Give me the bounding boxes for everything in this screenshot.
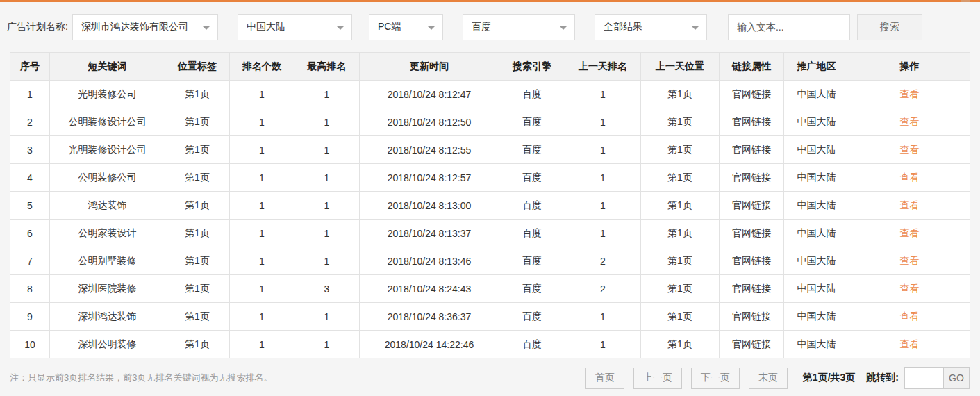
table-cell: 1 [565, 303, 641, 331]
table-cell: 10 [10, 331, 50, 358]
table-cell: 官网链接 [720, 220, 784, 247]
keyword-search-input[interactable] [728, 14, 850, 40]
search-engine-select-value: 百度 [472, 21, 491, 33]
table-cell: 官网链接 [720, 247, 784, 275]
table-cell: 第1页 [641, 247, 720, 275]
table-cell: 2 [565, 275, 641, 303]
table-row: 4公明装修公司第1页112018/10/24 8:12:57百度1第1页官网链接… [10, 164, 970, 192]
table-cell: 2018/10/24 8:24:43 [360, 275, 499, 303]
region-select[interactable]: 中国大陆 [238, 14, 352, 40]
ad-plan-select[interactable]: 深圳市鸿达装饰有限公司 [72, 14, 218, 40]
table-cell: 中国大陆 [784, 108, 849, 136]
table-row: 2公明装修设计公司第1页112018/10/24 8:12:50百度1第1页官网… [10, 108, 970, 136]
chevron-down-icon [692, 26, 699, 30]
view-link[interactable]: 查看 [900, 199, 920, 211]
table-cell: 2018/10/24 8:36:37 [360, 303, 499, 331]
device-select-value: PC端 [378, 21, 401, 33]
table-cell: 1 [565, 108, 641, 136]
table-cell: 1 [230, 192, 294, 220]
table-cell: 第1页 [165, 247, 230, 275]
search-engine-select[interactable]: 百度 [463, 14, 575, 40]
table-cell: 百度 [499, 164, 565, 192]
action-cell: 查看 [849, 303, 970, 331]
table-cell: 2018/10/24 14:22:46 [360, 331, 499, 358]
table-cell: 第1页 [641, 303, 720, 331]
chevron-down-icon [203, 26, 210, 30]
table-cell: 深圳医院装修 [50, 275, 165, 303]
view-link[interactable]: 查看 [900, 283, 920, 294]
table-cell: 1 [230, 164, 294, 192]
table-row: 1光明装修公司第1页112018/10/24 8:12:47百度1第1页官网链接… [10, 81, 970, 108]
action-cell: 查看 [849, 220, 970, 247]
table-cell: 深圳公明装修 [50, 331, 165, 358]
table-cell: 8 [10, 275, 50, 303]
table-row: 8深圳医院装修第1页132018/10/24 8:24:43百度2第1页官网链接… [10, 275, 970, 303]
table-cell: 中国大陆 [784, 303, 849, 331]
table-header-row: 序号短关键词位置标签排名个数最高排名更新时间搜索引擎上一天排名上一天位置链接属性… [10, 53, 970, 81]
view-link[interactable]: 查看 [900, 311, 920, 322]
table-cell: 1 [230, 331, 294, 358]
view-link[interactable]: 查看 [900, 144, 920, 155]
first-page-button[interactable]: 首页 [585, 368, 624, 389]
action-cell: 查看 [849, 247, 970, 275]
table-cell: 第1页 [641, 192, 720, 220]
go-button[interactable]: GO [944, 367, 970, 389]
table-cell: 第1页 [641, 220, 720, 247]
table-cell: 官网链接 [720, 303, 784, 331]
action-cell: 查看 [849, 108, 970, 136]
table-cell: 4 [10, 164, 50, 192]
table-cell: 公明装修设计公司 [50, 108, 165, 136]
table-cell: 百度 [499, 247, 565, 275]
jump-page-input[interactable] [904, 367, 944, 389]
table-cell: 中国大陆 [784, 192, 849, 220]
table-cell: 2 [10, 108, 50, 136]
column-header-6: 搜索引擎 [499, 53, 565, 81]
table-cell: 鸿达装饰 [50, 192, 165, 220]
table-cell: 1 [230, 136, 294, 164]
table-cell: 第1页 [165, 108, 230, 136]
view-link[interactable]: 查看 [900, 227, 920, 238]
table-cell: 2018/10/24 8:12:57 [360, 164, 499, 192]
table-cell: 百度 [499, 331, 565, 358]
table-cell: 百度 [499, 275, 565, 303]
table-cell: 第1页 [165, 303, 230, 331]
view-link[interactable]: 查看 [900, 116, 920, 127]
table-cell: 百度 [499, 136, 565, 164]
action-cell: 查看 [849, 136, 970, 164]
table-cell: 光明装修公司 [50, 81, 165, 108]
view-link[interactable]: 查看 [900, 172, 920, 183]
prev-page-button[interactable]: 上一页 [633, 368, 682, 389]
table-cell: 第1页 [641, 164, 720, 192]
table-cell: 中国大陆 [784, 331, 849, 358]
table-cell: 第1页 [165, 275, 230, 303]
table-cell: 1 [565, 192, 641, 220]
table-cell: 中国大陆 [784, 220, 849, 247]
view-link[interactable]: 查看 [900, 338, 920, 349]
table-cell: 百度 [499, 192, 565, 220]
search-button[interactable]: 搜索 [857, 14, 922, 40]
table-cell: 中国大陆 [784, 164, 849, 192]
column-header-10: 推广地区 [784, 53, 849, 81]
column-header-1: 短关键词 [50, 53, 165, 81]
device-select[interactable]: PC端 [369, 14, 443, 40]
filter-bar: 广告计划名称: 深圳市鸿达装饰有限公司 中国大陆 PC端 百度 全部结果 搜索 [0, 2, 980, 52]
table-cell: 官网链接 [720, 164, 784, 192]
table-cell: 1 [294, 136, 360, 164]
action-cell: 查看 [849, 81, 970, 108]
ad-plan-select-value: 深圳市鸿达装饰有限公司 [81, 21, 188, 33]
result-filter-select[interactable]: 全部结果 [595, 14, 707, 40]
table-cell: 官网链接 [720, 192, 784, 220]
table-cell: 官网链接 [720, 275, 784, 303]
table-cell: 1 [294, 164, 360, 192]
table-cell: 中国大陆 [784, 81, 849, 108]
view-link[interactable]: 查看 [900, 88, 920, 99]
action-cell: 查看 [849, 275, 970, 303]
scrollbar-thumb[interactable] [961, 0, 970, 2]
table-cell: 第1页 [165, 192, 230, 220]
last-page-button[interactable]: 末页 [749, 368, 788, 389]
next-page-button[interactable]: 下一页 [691, 368, 740, 389]
view-link[interactable]: 查看 [900, 255, 920, 266]
table-cell: 深圳鸿达装饰 [50, 303, 165, 331]
table-cell: 第1页 [641, 108, 720, 136]
column-header-8: 上一天位置 [641, 53, 720, 81]
